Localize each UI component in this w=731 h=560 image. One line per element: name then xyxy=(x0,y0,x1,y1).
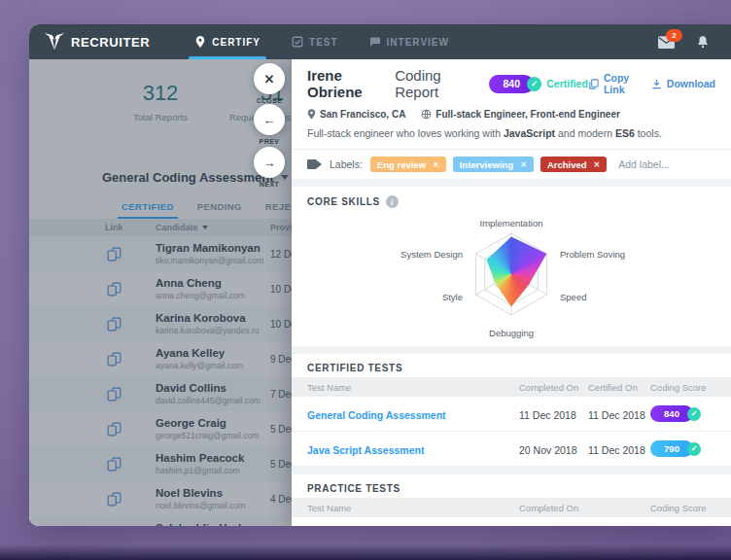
certify-pin-icon xyxy=(194,36,206,48)
practice-tests-table-header: Test NameCompleted OnCoding Score xyxy=(292,498,731,517)
column-header: Test Name xyxy=(307,503,519,513)
practice-tests-title: PRACTICE TESTS xyxy=(307,483,400,494)
overlay-button-label: CLOSE xyxy=(240,97,298,104)
radar-axis-label: Style xyxy=(442,292,463,302)
certified-on-date: 11 Dec 2018 xyxy=(588,444,645,456)
labels-tag-icon xyxy=(307,159,322,169)
report-header: Irene Obriene Coding Report 840 ✓ Certif… xyxy=(292,55,731,149)
test-name-link[interactable]: Java Script Assessment xyxy=(307,444,424,456)
nav-tab-label: TEST xyxy=(309,37,338,48)
certified-check-icon: ✓ xyxy=(687,442,701,456)
test-row: General Coding Assessment11 Dec 201811 D… xyxy=(292,397,731,432)
label-chip[interactable]: Interviewing✕ xyxy=(453,157,534,172)
certified-on-cell: 11 Dec 2018 xyxy=(588,405,650,423)
column-header: Test Name xyxy=(307,382,519,393)
column-header: Certified On xyxy=(588,382,650,393)
certified-on-cell: 11 Dec 2018 xyxy=(588,440,650,458)
interview-chat-icon xyxy=(369,36,381,48)
add-label-input[interactable] xyxy=(616,158,708,171)
close-icon: ✕ xyxy=(254,63,285,94)
download-icon xyxy=(651,79,662,89)
practice-tests-section-header: PRACTICE TESTS xyxy=(292,474,731,498)
test-name-cell: December Practice Test xyxy=(307,526,519,527)
radar-axis-label: Debugging xyxy=(395,328,628,338)
column-header: Coding Score xyxy=(650,503,715,513)
prev-icon: ← xyxy=(254,104,285,135)
report-actions: Copy Link Download xyxy=(588,72,715,95)
completed-on-date: 20 Nov 2018 xyxy=(519,444,577,456)
bio-text: Full-stack engineer who loves working wi… xyxy=(307,127,715,139)
overlay-button-label: NEXT xyxy=(240,181,298,188)
roles-text: Full-stack Engineer, Front-end Engineer xyxy=(435,109,619,120)
roles-globe-icon xyxy=(421,109,432,120)
labels-row: Labels: Eng review✕Interviewing✕Archived… xyxy=(292,150,731,179)
label-chip-text: Archived xyxy=(547,159,587,170)
practice-tests-table: December Practice Test20 Dec 2018810Nove… xyxy=(292,517,731,526)
bio-segment: Full-stack engineer who loves working wi… xyxy=(307,127,504,139)
column-header: Completed On xyxy=(519,382,588,393)
section-separator xyxy=(292,467,731,474)
chip-close-icon[interactable]: ✕ xyxy=(520,160,527,169)
chip-close-icon[interactable]: ✕ xyxy=(433,160,439,169)
test-row: December Practice Test20 Dec 2018810 xyxy=(292,517,731,526)
core-skills-title: CORE SKILLS xyxy=(307,196,380,207)
completed-on-cell: 20 Nov 2018 xyxy=(519,440,588,458)
coding-score-cell: 840✓ xyxy=(650,405,715,422)
location-text: San Francisco, CA xyxy=(320,109,405,120)
certified-tests-table: General Coding Assessment11 Dec 201811 D… xyxy=(292,397,731,467)
brand-name: RECRUITER xyxy=(71,35,150,50)
bell-icon xyxy=(696,35,710,49)
certified-tests-table-header: Test NameCompleted OnCertified OnCoding … xyxy=(292,377,731,397)
download-button[interactable]: Download xyxy=(651,78,715,89)
bio-segment: JavaScript xyxy=(504,127,555,139)
test-row: Java Script Assessment20 Nov 201811 Dec … xyxy=(292,432,731,467)
core-skills-radar-chart: ImplementationProblem SovingSpeedDebuggi… xyxy=(395,214,628,338)
report-modal: Irene Obriene Coding Report 840 ✓ Certif… xyxy=(292,55,731,526)
section-separator xyxy=(292,179,731,187)
notifications-button[interactable] xyxy=(696,35,710,49)
certified-tests-title: CERTIFIED TESTS xyxy=(307,363,402,373)
certified-tests-section-header: CERTIFIED TESTS xyxy=(292,354,731,377)
certified-label: Certified xyxy=(546,78,588,89)
chip-close-icon[interactable]: ✕ xyxy=(594,160,601,169)
test-name-cell: Java Script Assessment xyxy=(307,440,519,458)
label-chip[interactable]: Eng review✕ xyxy=(370,157,446,172)
location-pin-icon xyxy=(307,109,316,120)
section-separator xyxy=(292,346,731,354)
recruiter-logo-icon xyxy=(45,33,64,51)
bio-segment: and modern xyxy=(555,127,615,139)
certified-check-icon: ✓ xyxy=(527,77,541,91)
tab-certify[interactable]: CERTIFY xyxy=(179,24,276,59)
next-icon: → xyxy=(254,147,285,178)
radar-axis-label: Problem Soving xyxy=(560,249,625,260)
label-chip[interactable]: Archived✕ xyxy=(540,157,607,172)
mail-button[interactable]: 2 xyxy=(658,36,675,49)
navbar: RECRUITER CERTIFYTESTINTERVIEW 2 xyxy=(29,24,731,59)
bio-segment: tools. xyxy=(635,127,662,139)
nav-tab-label: CERTIFY xyxy=(212,37,261,48)
coding-score-cell: 790✓ xyxy=(650,440,715,457)
location: San Francisco, CA xyxy=(307,109,405,120)
column-header: Coding Score xyxy=(650,382,715,393)
active-tab-underline xyxy=(189,56,266,59)
label-chips: Eng review✕Interviewing✕Archived✕ xyxy=(370,157,607,172)
radar-axis-label: System Design xyxy=(400,249,463,260)
overlay-prev-button[interactable]: ←PREV xyxy=(240,104,298,145)
info-icon[interactable]: i xyxy=(386,195,399,208)
copy-link-button[interactable]: Copy Link xyxy=(588,72,636,95)
tab-test[interactable]: TEST xyxy=(276,24,354,59)
label-chip-text: Interviewing xyxy=(460,159,513,170)
nav-tab-label: INTERVIEW xyxy=(387,37,449,48)
page-title: Coding Report xyxy=(395,67,477,100)
overlay-close-button[interactable]: ✕CLOSE xyxy=(240,63,298,104)
test-name-link[interactable]: General Coding Assessment xyxy=(307,409,446,421)
radar-axis-label: Speed xyxy=(560,292,586,302)
brand[interactable]: RECRUITER xyxy=(45,33,150,51)
candidate-name: Irene Obriene xyxy=(307,67,390,100)
tab-interview[interactable]: INTERVIEW xyxy=(354,24,465,59)
label-chip-text: Eng review xyxy=(377,159,426,170)
roles: Full-stack Engineer, Front-end Engineer xyxy=(421,109,619,120)
labels-title: Labels: xyxy=(330,158,363,170)
navbar-actions: 2 xyxy=(658,35,731,49)
overlay-next-button[interactable]: →NEXT xyxy=(240,147,298,188)
